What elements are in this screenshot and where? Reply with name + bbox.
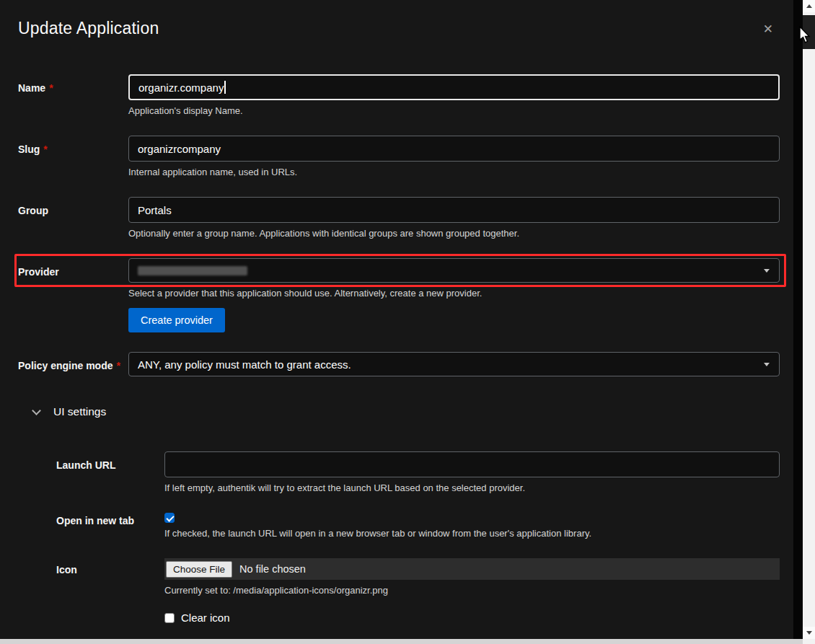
icon-label: Icon xyxy=(56,564,77,575)
triangle-down-icon xyxy=(806,631,812,635)
clear-icon-checkbox[interactable] xyxy=(164,613,175,623)
clear-icon-label: Clear icon xyxy=(181,612,230,624)
page-scrollbar[interactable] xyxy=(803,0,815,644)
scrollbar-up-arrow[interactable] xyxy=(803,0,815,12)
name-input[interactable]: organizr.company xyxy=(128,74,780,100)
provider-value-redacted xyxy=(138,266,247,275)
triangle-up-icon xyxy=(806,4,812,8)
field-row-slug: Slug* organizrcompany Internal applicati… xyxy=(0,136,793,177)
open-in-new-tab-checkbox[interactable] xyxy=(164,513,175,523)
name-label: Name* xyxy=(18,82,53,94)
field-row-group: Group Portals Optionally enter a group n… xyxy=(0,197,793,239)
slug-help-text: Internal application name, used in URLs. xyxy=(128,167,780,177)
section-label: UI settings xyxy=(53,405,106,418)
icon-help-text: Currently set to: /media/application-ico… xyxy=(164,585,780,596)
policy-engine-mode-select[interactable]: ANY, any policy must match to grant acce… xyxy=(128,352,780,376)
required-asterisk: * xyxy=(49,82,53,94)
policy-engine-mode-value: ANY, any policy must match to grant acce… xyxy=(138,358,351,371)
group-label: Group xyxy=(18,205,48,216)
text-cursor xyxy=(224,81,226,94)
group-help-text: Optionally enter a group name. Applicati… xyxy=(128,228,780,239)
open-in-new-tab-label: Open in new tab xyxy=(56,515,134,526)
provider-label: Provider xyxy=(18,266,59,278)
window-bottom-edge xyxy=(0,639,815,644)
slug-input[interactable]: organizrcompany xyxy=(128,136,780,162)
slug-input-value: organizrcompany xyxy=(138,143,221,155)
required-asterisk: * xyxy=(43,144,47,155)
page-title: Update Application xyxy=(18,19,793,38)
launch-url-input[interactable] xyxy=(164,451,780,477)
slug-label: Slug* xyxy=(18,144,48,155)
field-row-open-in-new-tab: Open in new tab If checked, the launch U… xyxy=(0,513,793,539)
update-application-modal: Update Application ✕ Name* organizr.comp… xyxy=(0,0,793,644)
scrollbar-thumb[interactable] xyxy=(803,15,815,49)
scrollbar-down-arrow[interactable] xyxy=(803,627,815,639)
required-asterisk: * xyxy=(116,360,120,371)
group-input-value: Portals xyxy=(138,204,172,216)
field-row-provider: Provider Select a provider that this app… xyxy=(0,258,793,332)
group-input[interactable]: Portals xyxy=(128,197,780,223)
chevron-down-icon xyxy=(764,269,770,273)
choose-file-button[interactable]: Choose File xyxy=(166,561,232,578)
application-form: Name* organizr.company Application's dis… xyxy=(0,74,793,624)
chevron-down-icon xyxy=(764,363,770,366)
launch-url-label: Launch URL xyxy=(56,459,115,471)
create-provider-button[interactable]: Create provider xyxy=(128,308,225,332)
launch-url-help-text: If left empty, authentik will try to ext… xyxy=(164,482,780,493)
name-help-text: Application's display Name. xyxy=(128,105,780,116)
close-icon[interactable]: ✕ xyxy=(762,22,775,37)
file-status-text: No file chosen xyxy=(239,563,306,575)
provider-select[interactable] xyxy=(128,258,780,283)
field-row-launch-url: Launch URL If left empty, authentik will… xyxy=(0,451,793,493)
name-input-value: organizr.company xyxy=(138,81,224,94)
modal-right-gap xyxy=(793,0,803,644)
icon-file-input[interactable]: Choose File No file chosen xyxy=(164,558,780,580)
provider-help-text: Select a provider that this application … xyxy=(128,288,780,299)
field-row-name: Name* organizr.company Application's dis… xyxy=(0,74,793,116)
field-row-icon: Icon Choose File No file chosen Currentl… xyxy=(0,558,793,624)
chevron-down-icon xyxy=(32,406,41,415)
clear-icon-row: Clear icon xyxy=(164,612,780,624)
field-row-policy-engine-mode: Policy engine mode* ANY, any policy must… xyxy=(0,352,793,376)
ui-settings-section-toggle[interactable]: UI settings xyxy=(0,405,793,418)
open-in-new-tab-help-text: If checked, the launch URL will open in … xyxy=(164,528,780,539)
policy-engine-mode-label: Policy engine mode* xyxy=(18,360,120,371)
